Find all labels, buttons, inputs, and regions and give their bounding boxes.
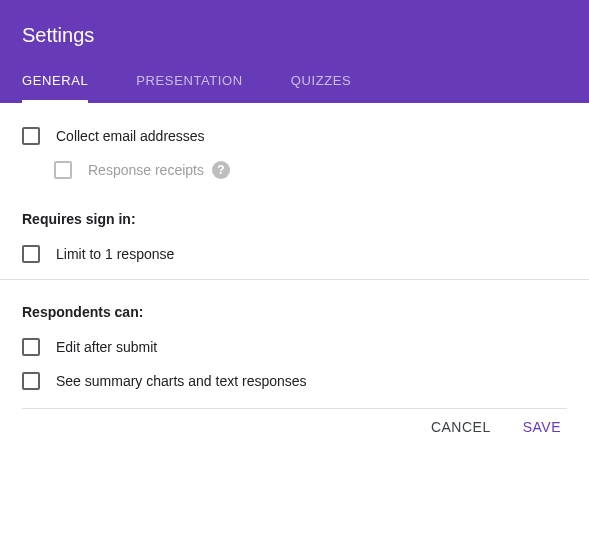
option-limit-response: Limit to 1 response bbox=[22, 245, 567, 263]
section-requires-title: Requires sign in: bbox=[22, 211, 567, 227]
label-response-receipts: Response receipts bbox=[88, 162, 204, 178]
label-limit-response: Limit to 1 response bbox=[56, 246, 174, 262]
help-icon[interactable]: ? bbox=[212, 161, 230, 179]
option-collect-email: Collect email addresses bbox=[22, 127, 567, 145]
dialog-footer: CANCEL SAVE bbox=[0, 409, 589, 453]
tab-quizzes[interactable]: QUIZZES bbox=[291, 73, 352, 103]
label-collect-email: Collect email addresses bbox=[56, 128, 205, 144]
option-edit-after-submit: Edit after submit bbox=[22, 338, 567, 356]
dialog-title: Settings bbox=[22, 24, 567, 47]
tabs: GENERAL PRESENTATION QUIZZES bbox=[22, 73, 567, 103]
option-response-receipts: Response receipts ? bbox=[54, 161, 567, 179]
tab-general[interactable]: GENERAL bbox=[22, 73, 88, 103]
checkbox-limit-response[interactable] bbox=[22, 245, 40, 263]
section-respondents-title: Respondents can: bbox=[22, 304, 567, 320]
checkbox-response-receipts bbox=[54, 161, 72, 179]
checkbox-collect-email[interactable] bbox=[22, 127, 40, 145]
save-button[interactable]: SAVE bbox=[523, 419, 561, 435]
checkbox-see-summary[interactable] bbox=[22, 372, 40, 390]
checkbox-edit-after-submit[interactable] bbox=[22, 338, 40, 356]
option-see-summary: See summary charts and text responses bbox=[22, 372, 567, 390]
label-edit-after-submit: Edit after submit bbox=[56, 339, 157, 355]
dialog-content: Collect email addresses Response receipt… bbox=[0, 103, 589, 409]
divider bbox=[0, 279, 589, 280]
tab-presentation[interactable]: PRESENTATION bbox=[136, 73, 242, 103]
label-see-summary: See summary charts and text responses bbox=[56, 373, 307, 389]
cancel-button[interactable]: CANCEL bbox=[431, 419, 491, 435]
dialog-header: Settings GENERAL PRESENTATION QUIZZES bbox=[0, 0, 589, 103]
